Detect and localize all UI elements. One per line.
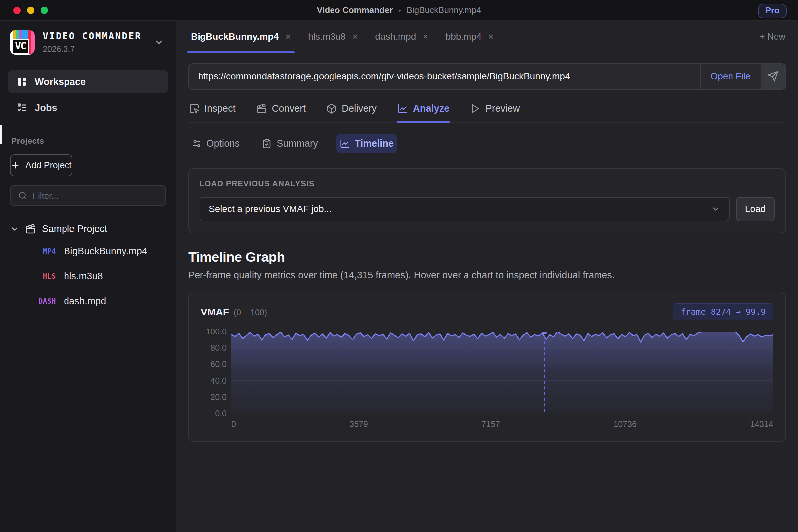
active-nav-indicator [0, 125, 2, 144]
subtab-label: Summary [277, 138, 318, 149]
app-version: 2026.3.7 [42, 44, 146, 54]
sidebar: VC VIDEO COMMANDER 2026.3.7 Workspace [0, 21, 176, 532]
sidebar-item-label: Workspace [35, 76, 86, 88]
y-tick-label: 60.0 [210, 359, 227, 369]
file-name: BigBuckBunny.mp4 [64, 246, 147, 257]
tab-label: Analyze [413, 103, 450, 114]
tab-inspect[interactable]: Inspect [188, 97, 236, 122]
subtab-options[interactable]: Options [188, 134, 243, 153]
tab-label: Inspect [205, 103, 236, 114]
y-tick-label: 40.0 [210, 376, 227, 385]
tab-convert[interactable]: Convert [256, 97, 307, 122]
close-icon[interactable]: × [423, 31, 428, 42]
jobs-checklist-icon [17, 102, 27, 113]
chevron-down-icon[interactable] [154, 37, 164, 47]
y-tick-label: 0.0 [215, 408, 227, 418]
tab-label: hls.m3u8 [308, 31, 346, 42]
chevron-down-icon[interactable] [10, 225, 19, 234]
vmaf-job-select[interactable]: Select a previous VMAF job... [200, 197, 729, 222]
titlebar: Video Commander ● BigBuckBunny.mp4 Pro [0, 0, 798, 21]
feature-tabs: Inspect Convert Delivery [188, 97, 786, 123]
close-icon[interactable]: × [353, 31, 358, 42]
load-previous-analysis-panel: LOAD PREVIOUS ANALYSIS Select a previous… [188, 168, 786, 233]
chart-range-label: (0 – 100) [234, 307, 267, 317]
app-logo-underline [12, 54, 35, 55]
main-content: BigBuckBunny.mp4 × hls.m3u8 × dash.mpd ×… [176, 21, 798, 532]
plus-icon [11, 160, 20, 170]
tab-label: BigBuckBunny.mp4 [191, 31, 279, 42]
subtab-summary[interactable]: Summary [258, 134, 321, 153]
format-badge: HLS [25, 272, 56, 280]
x-tick-label: 3579 [349, 419, 368, 429]
app-header[interactable]: VC VIDEO COMMANDER 2026.3.7 [0, 30, 176, 55]
close-icon[interactable]: × [285, 31, 291, 42]
tab-analyze[interactable]: Analyze [397, 97, 450, 122]
clapperboard-icon [256, 103, 267, 114]
filter-input[interactable]: Filter... [10, 185, 166, 206]
doc-tab-dash[interactable]: dash.mpd × [373, 21, 430, 53]
document-tabstrip: BigBuckBunny.mp4 × hls.m3u8 × dash.mpd ×… [176, 21, 798, 53]
sidebar-item-workspace[interactable]: Workspace [8, 71, 168, 93]
send-icon [767, 71, 779, 82]
y-tick-label: 20.0 [210, 392, 227, 402]
file-item-mp4[interactable]: MP4 BigBuckBunny.mp4 [10, 246, 166, 257]
app-logo-monogram: VC [12, 39, 29, 54]
project-node[interactable]: Sample Project [10, 224, 166, 234]
tab-label: Preview [486, 103, 520, 114]
x-tick-label: 7157 [481, 419, 500, 429]
window-title: Video Commander ● BigBuckBunny.mp4 [0, 5, 798, 15]
format-badge: DASH [25, 297, 56, 305]
x-tick-label: 10736 [613, 419, 637, 429]
file-name: hls.m3u8 [64, 271, 103, 282]
subtab-timeline[interactable]: Timeline [337, 134, 397, 153]
subtab-label: Timeline [355, 138, 394, 149]
window-title-document: BigBuckBunny.mp4 [407, 5, 481, 15]
file-item-dash[interactable]: DASH dash.mpd [10, 296, 166, 307]
y-axis: 100.080.060.040.020.00.0 [201, 331, 227, 413]
panel-label: LOAD PREVIOUS ANALYSIS [200, 179, 775, 188]
select-value: Select a previous VMAF job... [209, 204, 331, 214]
open-file-button[interactable]: Open File [700, 64, 761, 89]
load-url-button[interactable] [761, 64, 785, 89]
tab-label: bbb.mp4 [445, 31, 482, 42]
file-name: dash.mpd [64, 296, 106, 307]
app-name: VIDEO COMMANDER [42, 31, 146, 41]
x-tick-label: 14314 [750, 419, 773, 429]
load-button[interactable]: Load [736, 197, 775, 222]
pro-badge: Pro [758, 4, 787, 18]
source-url-input[interactable]: https://commondatastorage.googleapis.com… [189, 64, 700, 89]
tab-label: dash.mpd [375, 31, 416, 42]
tab-label: Convert [272, 103, 306, 114]
add-project-label: Add Project [25, 160, 72, 171]
add-project-button[interactable]: Add Project [10, 154, 73, 176]
doc-tab-hls[interactable]: hls.m3u8 × [306, 21, 360, 53]
window-title-app: Video Commander [317, 5, 393, 15]
source-url-bar: https://commondatastorage.googleapis.com… [188, 63, 786, 90]
title-separator-dot: ● [398, 7, 401, 13]
close-icon[interactable]: × [489, 31, 494, 42]
new-tab-button[interactable]: + New [760, 21, 785, 53]
clapperboard-icon [25, 224, 36, 234]
search-icon [18, 191, 27, 200]
tab-delivery[interactable]: Delivery [325, 97, 377, 122]
line-chart-icon [397, 103, 408, 114]
vmaf-plot[interactable] [231, 331, 773, 413]
project-name: Sample Project [42, 224, 108, 234]
doc-tab-bbb[interactable]: bbb.mp4 × [443, 21, 496, 53]
subtab-label: Options [207, 138, 240, 149]
format-badge: MP4 [25, 247, 56, 255]
sidebar-nav: Workspace Jobs [0, 71, 176, 119]
tab-preview[interactable]: Preview [469, 97, 520, 122]
project-tree: Sample Project MP4 BigBuckBunny.mp4 HLS … [0, 224, 176, 307]
x-tick-label: 0 [231, 419, 236, 429]
vmaf-plot-svg [231, 331, 773, 413]
section-subtitle: Per-frame quality metrics over time (14,… [188, 270, 786, 281]
filter-placeholder: Filter... [33, 191, 58, 201]
tab-label: Delivery [342, 103, 377, 114]
sidebar-item-jobs[interactable]: Jobs [8, 96, 168, 119]
doc-tab-bigbuckbunny[interactable]: BigBuckBunny.mp4 × [189, 21, 292, 53]
workspace-icon [17, 76, 27, 87]
file-item-hls[interactable]: HLS hls.m3u8 [10, 271, 166, 282]
y-tick-label: 80.0 [210, 343, 227, 353]
frame-tooltip-badge: frame 8274 → 99.9 [673, 303, 773, 320]
